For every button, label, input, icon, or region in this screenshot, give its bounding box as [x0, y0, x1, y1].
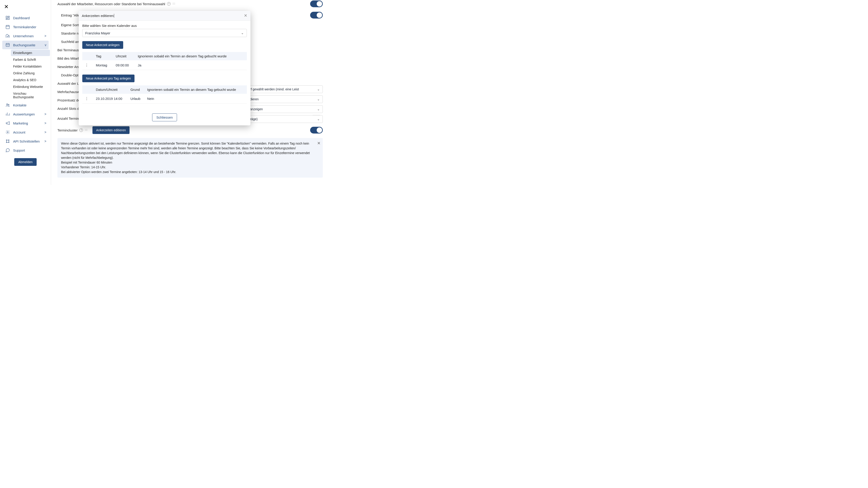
chevron-right-icon: >: [44, 130, 46, 134]
chevron-down-icon: ⌄: [241, 31, 244, 35]
nav-support[interactable]: Support: [2, 146, 49, 155]
sidebar: ✕ Dashboard Terminkalender Unternehmen >…: [0, 0, 51, 185]
svg-rect-1: [8, 16, 9, 17]
cell-time: 09:00:00: [113, 60, 135, 70]
logout-button[interactable]: Abmelden: [14, 158, 37, 166]
nav-auswertungen[interactable]: Auswertungen >: [2, 110, 49, 119]
svg-point-6: [6, 104, 8, 105]
info-text: Bei aktivierter Option werden zwei Termi…: [61, 170, 314, 174]
chevron-down-icon: v: [45, 43, 46, 47]
setting-row: Auswahl der Mitarbeiter, Ressourcen oder…: [57, 0, 323, 9]
chevron-down-icon: ⌄: [317, 107, 320, 111]
new-anchor-time-button[interactable]: Neue Ankerzeit anlegen: [82, 41, 123, 49]
sliders-icon[interactable]: [172, 2, 176, 6]
svg-rect-2: [8, 18, 9, 20]
nav-unternehmen[interactable]: Unternehmen >: [2, 32, 49, 40]
nav-label: Auswertungen: [13, 112, 44, 116]
calendar-icon: [4, 24, 11, 29]
help-icon[interactable]: ?: [167, 2, 170, 6]
chevron-right-icon: >: [44, 121, 46, 125]
dashboard-icon: [4, 15, 11, 20]
svg-rect-4: [6, 25, 9, 29]
toggle[interactable]: [310, 0, 323, 7]
th-datetime: Datum/Uhrzeit: [93, 86, 128, 94]
sub-einbindung[interactable]: Einbindung Webseite: [11, 84, 50, 90]
sub-einstellungen[interactable]: Einstellungen: [11, 50, 50, 56]
nav-label: API Schnittstellen: [13, 139, 44, 143]
setting-termincluster: Termincluster ? Ankerzeiten editieren: [57, 124, 323, 136]
nav-label: Terminkalender: [13, 25, 46, 29]
svg-point-8: [7, 132, 8, 133]
svg-point-7: [8, 104, 9, 105]
nav-label: Marketing: [13, 121, 44, 125]
svg-point-10: [8, 140, 9, 140]
toggle[interactable]: [310, 127, 323, 133]
table-row: ⋮ 23.10.2019 14:00 Urlaub Nein: [82, 94, 247, 103]
calendar-select[interactable]: Franziska Mayer ⌄: [82, 29, 247, 37]
sub-nav: Einstellungen Farben & Schrift Felder Ko…: [11, 50, 50, 100]
toggle[interactable]: [310, 12, 323, 19]
nav-api[interactable]: API Schnittstellen >: [2, 137, 49, 145]
nav-terminkalender[interactable]: Terminkalender: [2, 23, 49, 31]
modal-header: Ankerzeiten editieren ✕: [79, 11, 250, 21]
th-reason: Grund: [128, 86, 145, 94]
th-day: Tag: [93, 52, 113, 60]
svg-rect-0: [6, 16, 7, 18]
sub-vorschau[interactable]: Vorschau Buchungsseite: [11, 90, 50, 100]
nav-label: Support: [13, 149, 46, 152]
nav-kontakte[interactable]: Kontakte: [2, 101, 49, 109]
nav-label: Account: [13, 130, 44, 134]
svg-point-12: [8, 142, 9, 142]
modal-footer: Schliessen: [79, 111, 250, 125]
close-icon[interactable]: ✕: [1, 2, 50, 12]
chevron-right-icon: >: [44, 139, 46, 143]
row-menu-icon[interactable]: ⋮: [85, 63, 88, 67]
cell-reason: Urlaub: [128, 94, 145, 103]
modal-prompt: Bitte wählen Sie einen Kalender aus: [82, 24, 247, 28]
api-icon: [4, 139, 11, 144]
row-menu-icon[interactable]: ⋮: [85, 96, 88, 101]
nav-label: Unternehmen: [13, 34, 44, 38]
sub-analytics[interactable]: Analytics & SEO: [11, 77, 50, 83]
new-anchor-time-per-day-button[interactable]: Neue Ankerzeit pro Tag anlegen: [82, 74, 134, 82]
th-time: Uhrzeit: [113, 52, 135, 60]
close-icon[interactable]: ✕: [244, 13, 247, 18]
nav-account[interactable]: Account >: [2, 128, 49, 136]
cell-datetime: 23.10.2019 14:00: [93, 94, 128, 103]
svg-point-9: [6, 140, 7, 140]
nav-dashboard[interactable]: Dashboard: [2, 13, 49, 22]
nav-label: Dashboard: [13, 16, 46, 20]
info-text: Vorhandener Termin: 14-15 Uhr.: [61, 165, 314, 170]
nav-label: Kontakte: [13, 103, 46, 107]
company-icon: [4, 33, 11, 38]
edit-anchor-times-button[interactable]: Ankerzeiten editieren: [92, 126, 129, 134]
chevron-right-icon: >: [44, 34, 46, 38]
svg-point-11: [6, 142, 7, 142]
chevron-right-icon: >: [44, 112, 46, 116]
info-text: Wenn diese Option aktiviert ist, werden …: [61, 141, 314, 160]
setting-label: Auswahl der Mitarbeiter, Ressourcen oder…: [57, 2, 165, 6]
chevron-down-icon: ⌄: [317, 117, 320, 121]
marketing-icon: [4, 121, 11, 126]
chevron-down-icon: ⌄: [317, 88, 320, 91]
sub-felder[interactable]: Felder Kontaktdaten: [11, 63, 50, 70]
help-icon[interactable]: ?: [79, 128, 83, 132]
close-icon[interactable]: ✕: [317, 140, 320, 147]
sub-farben[interactable]: Farben & Schrift: [11, 57, 50, 63]
info-text: Beispiel mit Termindauer 60 Minuten: [61, 160, 314, 165]
nav-marketing[interactable]: Marketing >: [2, 119, 49, 127]
modal-body: Bitte wählen Sie einen Kalender aus Fran…: [79, 21, 250, 111]
sliders-icon[interactable]: [84, 128, 88, 132]
svg-rect-3: [6, 19, 7, 20]
sub-zahlung[interactable]: Online Zahlung: [11, 70, 50, 76]
table-row: ⋮ Montag 09:00:00 Ja: [82, 60, 247, 70]
setting-row: Titelleiste anzeigen ?: [57, 183, 323, 185]
calendar-value: Franziska Mayer: [85, 31, 110, 35]
cell-ignore: Ja: [135, 60, 247, 70]
close-button[interactable]: Schliessen: [152, 113, 177, 121]
nav-buchungsseite[interactable]: Buchungsseite v: [2, 41, 49, 49]
nav-label: Buchungsseite: [13, 43, 45, 47]
contacts-icon: [4, 103, 11, 107]
gear-icon: [4, 130, 11, 135]
booking-icon: [4, 42, 11, 47]
